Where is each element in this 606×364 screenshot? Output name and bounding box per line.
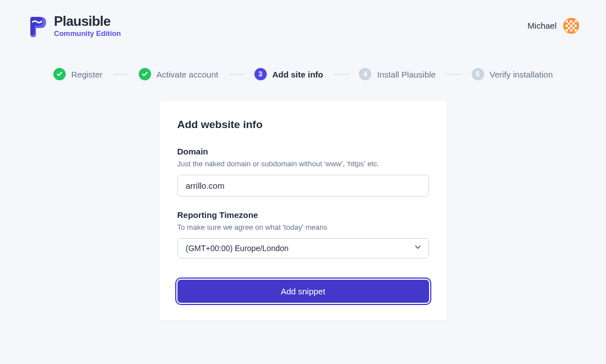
logo-text: Plausible Community Edition	[54, 13, 121, 38]
domain-input[interactable]	[177, 175, 429, 197]
step-label: Activate account	[157, 70, 218, 79]
stepper: Register Activate account 3 Add site inf…	[0, 51, 606, 92]
svg-rect-10	[572, 27, 575, 29]
step-label: Verify installation	[490, 70, 553, 79]
check-icon	[139, 68, 151, 80]
svg-rect-11	[566, 29, 568, 31]
step-label: Register	[71, 70, 103, 79]
svg-rect-2	[570, 20, 572, 22]
timezone-hint: To make sure we agree on what 'today' me…	[177, 223, 429, 231]
svg-rect-12	[570, 29, 572, 31]
svg-rect-13	[575, 29, 577, 31]
card-container: Add website info Domain Just the naked d…	[0, 92, 606, 321]
domain-hint: Just the naked domain or subdomain witho…	[177, 160, 429, 168]
svg-rect-9	[568, 27, 570, 29]
svg-rect-4	[568, 22, 570, 25]
check-icon	[53, 68, 66, 80]
step-divider	[229, 74, 244, 75]
svg-rect-3	[575, 20, 577, 22]
user-menu[interactable]: Michael	[527, 18, 579, 34]
step-label: Install Plausible	[377, 70, 435, 79]
svg-rect-7	[570, 25, 572, 27]
svg-rect-1	[566, 20, 568, 22]
plausible-logo-icon	[27, 15, 47, 37]
card-title: Add website info	[177, 119, 429, 131]
domain-label: Domain	[177, 147, 429, 156]
logo[interactable]: Plausible Community Edition	[27, 13, 121, 38]
timezone-select[interactable]: (GMT+00:00) Europe/London	[177, 238, 429, 258]
add-snippet-button[interactable]: Add snippet	[177, 280, 429, 303]
timezone-label: Reporting Timezone	[177, 210, 429, 220]
user-name: Michael	[527, 21, 557, 30]
step-verify: 5 Verify installation	[472, 68, 553, 80]
step-add-site: 3 Add site info	[254, 68, 323, 80]
domain-field: Domain Just the naked domain or subdomai…	[177, 147, 429, 197]
step-install: 4 Install Plausible	[359, 68, 435, 80]
svg-rect-5	[572, 22, 575, 25]
svg-rect-8	[575, 25, 577, 27]
avatar	[563, 18, 579, 34]
step-activate: Activate account	[139, 68, 218, 80]
step-number-icon: 4	[359, 68, 371, 80]
logo-subtitle: Community Edition	[54, 29, 121, 38]
step-register: Register	[53, 68, 103, 80]
step-divider	[333, 74, 349, 75]
timezone-field: Reporting Timezone To make sure we agree…	[177, 210, 429, 258]
form-card: Add website info Domain Just the naked d…	[160, 101, 447, 321]
step-divider	[446, 74, 462, 75]
step-label: Add site info	[272, 70, 323, 79]
step-number-icon: 5	[472, 68, 484, 80]
step-divider	[113, 74, 129, 75]
step-number-icon: 3	[254, 68, 267, 80]
svg-rect-6	[566, 25, 568, 27]
logo-name: Plausible	[54, 13, 121, 29]
header: Plausible Community Edition Michael	[0, 0, 606, 51]
